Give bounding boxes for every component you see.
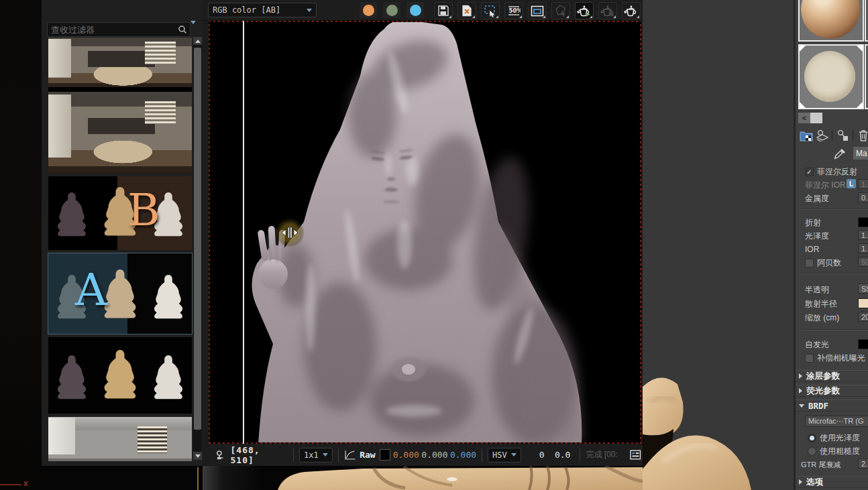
scroll-down-button[interactable] bbox=[193, 452, 202, 460]
hsv-hue: 0 bbox=[521, 450, 545, 460]
ior-field[interactable]: 1. bbox=[858, 243, 868, 253]
render-canvas[interactable] bbox=[209, 21, 641, 444]
ab-compare-divider[interactable] bbox=[243, 21, 244, 444]
material-name-button[interactable]: Ma bbox=[853, 147, 868, 160]
red-channel-button[interactable] bbox=[360, 2, 377, 18]
abbe-field[interactable]: 50 bbox=[858, 257, 868, 267]
region-render-button[interactable] bbox=[481, 2, 500, 19]
material-preview-flat bbox=[804, 51, 855, 102]
material-slot-sphere[interactable] bbox=[798, 0, 864, 42]
channel-select-dropdown[interactable]: RGB color [AB] bbox=[208, 3, 317, 17]
scatter-radius-color-swatch[interactable] bbox=[858, 298, 868, 308]
translucency-mode-dropdown[interactable]: SS bbox=[858, 284, 868, 294]
use-roughness-radio[interactable] bbox=[808, 447, 816, 456]
history-item-grayroom[interactable] bbox=[48, 417, 192, 461]
eyedropper-icon bbox=[833, 147, 847, 161]
gtr-falloff-field[interactable]: 2. bbox=[858, 458, 868, 469]
color-curve-icon bbox=[344, 450, 356, 461]
metalness-field[interactable]: 0. bbox=[858, 192, 868, 202]
abbe-checkbox[interactable] bbox=[805, 259, 814, 267]
active-slot-corner bbox=[857, 102, 863, 108]
split-drag-cursor bbox=[275, 218, 305, 247]
blue-channel-button[interactable] bbox=[406, 2, 424, 18]
pick-material-button[interactable] bbox=[832, 147, 847, 161]
history-scrollbar[interactable] bbox=[193, 37, 202, 460]
fresnel-ior-field[interactable]: 1. bbox=[858, 179, 868, 189]
glossiness-row: 光泽度 bbox=[805, 231, 829, 241]
history-item-compare-b[interactable]: B bbox=[48, 176, 192, 250]
fresnel-label: 菲涅尔反射 bbox=[817, 166, 857, 178]
material-slot-partial[interactable] bbox=[865, 0, 868, 42]
viewport-background-bottom-left bbox=[42, 466, 203, 490]
divider bbox=[293, 448, 294, 462]
history-item-compare-a-selected[interactable]: A bbox=[48, 253, 192, 334]
chevron-right-icon bbox=[799, 479, 802, 485]
triangle-up-icon bbox=[195, 40, 201, 43]
axis-line bbox=[0, 484, 21, 485]
gtr-falloff-row: GTR 尾衰减 bbox=[801, 459, 840, 470]
slot-scroll-left-button[interactable]: < bbox=[798, 113, 810, 123]
render-region-teapot-button[interactable] bbox=[598, 2, 617, 19]
delete-material-button[interactable] bbox=[856, 129, 868, 142]
search-input[interactable] bbox=[48, 25, 178, 35]
self-illumination-swatch[interactable] bbox=[858, 339, 868, 349]
put-to-library-button[interactable] bbox=[836, 129, 851, 142]
scroll-up-button[interactable] bbox=[193, 37, 202, 45]
abbe-label: 阿贝数 bbox=[817, 257, 841, 269]
display-window-button[interactable] bbox=[528, 2, 547, 19]
material-slot-partial[interactable] bbox=[865, 44, 868, 109]
history-item-statues[interactable] bbox=[48, 337, 192, 414]
get-material-button[interactable] bbox=[799, 129, 814, 142]
pixel-probe-lock-icon[interactable] bbox=[215, 450, 225, 461]
use-glossiness-radio[interactable] bbox=[808, 434, 816, 442]
trash-icon bbox=[858, 129, 868, 141]
active-slot-corner bbox=[857, 46, 863, 52]
rollout-fluorescence-parameters[interactable]: 荧光参数 bbox=[796, 385, 868, 397]
rendered-statue-image bbox=[209, 21, 641, 444]
render-last-button[interactable] bbox=[575, 2, 594, 19]
glossiness-field[interactable]: 1. bbox=[858, 230, 868, 240]
scale-field[interactable]: 20 bbox=[858, 312, 868, 322]
material-folder-icon bbox=[800, 130, 813, 141]
follow-mouse-button[interactable] bbox=[551, 2, 570, 19]
pixel-info-dropdown[interactable]: 1x1 bbox=[299, 448, 333, 463]
material-slot-active[interactable] bbox=[798, 44, 864, 109]
brdf-type-dropdown[interactable]: Microfac⋯TR (G bbox=[805, 416, 868, 427]
fresnel-checkbox[interactable]: ✓ bbox=[805, 168, 814, 176]
hsv-sat: 0.0 bbox=[545, 450, 571, 460]
material-library-button[interactable] bbox=[815, 129, 830, 142]
statue-silhouette-icon bbox=[54, 349, 90, 410]
rollout-brdf[interactable]: BRDF bbox=[796, 400, 868, 412]
slot-scroll-bar[interactable] bbox=[810, 113, 822, 123]
search-filter-dropdown[interactable] bbox=[191, 24, 196, 36]
color-mode-dropdown[interactable]: HSV bbox=[488, 448, 521, 463]
divider bbox=[801, 273, 868, 273]
save-image-button[interactable] bbox=[434, 2, 453, 19]
compare-label-b: B bbox=[127, 188, 160, 233]
history-item-bedroom-2[interactable] bbox=[48, 92, 192, 173]
refraction-color-swatch[interactable] bbox=[858, 217, 868, 227]
render-button[interactable] bbox=[622, 2, 641, 19]
fresnel-ior-label: 菲涅尔 IOR bbox=[805, 180, 846, 191]
clear-page-icon bbox=[461, 5, 473, 17]
rollout-options[interactable]: 选项 bbox=[796, 476, 868, 488]
history-search-box[interactable] bbox=[47, 22, 191, 37]
compensate-exposure-checkbox[interactable] bbox=[805, 354, 814, 363]
statue-drapery-art bbox=[203, 466, 643, 490]
scale-label: 缩放 (cm) bbox=[805, 312, 839, 324]
zoom-level-button[interactable]: 50% bbox=[504, 2, 523, 19]
chevron-right-icon bbox=[799, 388, 802, 393]
use-roughness-label: 使用粗糙度 bbox=[820, 446, 860, 457]
fresnel-ior-lock-button[interactable]: L bbox=[847, 179, 856, 188]
teapot-icon bbox=[623, 5, 639, 17]
sampled-color-swatch bbox=[380, 449, 391, 461]
region-border-bottom bbox=[209, 442, 641, 444]
blue-channel-dot-icon bbox=[410, 5, 421, 16]
rollout-coat-parameters[interactable]: 涂层参数 bbox=[796, 370, 868, 382]
clear-image-button[interactable] bbox=[457, 2, 476, 19]
green-channel-button[interactable] bbox=[383, 2, 400, 18]
history-item-bedroom-1[interactable] bbox=[48, 38, 192, 92]
stamp-list-icon[interactable] bbox=[630, 450, 641, 460]
ior-label: IOR bbox=[805, 245, 819, 254]
scrollbar-thumb[interactable] bbox=[194, 48, 201, 430]
